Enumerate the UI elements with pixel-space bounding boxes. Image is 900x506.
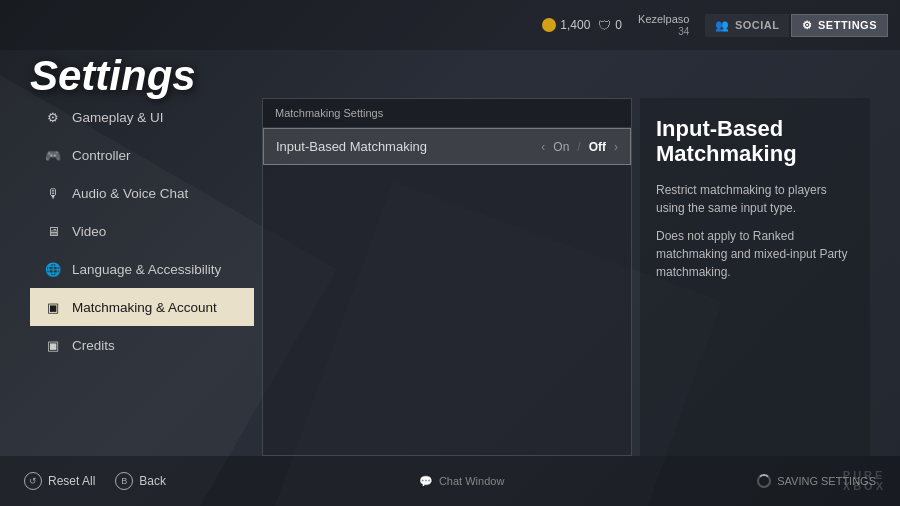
username: Kezelpaso [638, 13, 689, 25]
chat-icon: 💬 [419, 475, 433, 488]
gameplay-icon: ⚙ [44, 108, 62, 126]
chat-label: Chat Window [439, 475, 504, 487]
sidebar-item-gameplay-ui[interactable]: ⚙ Gameplay & UI [30, 98, 254, 136]
center-panel: Matchmaking Settings Input-Based Matchma… [262, 98, 632, 456]
back-icon: B [115, 472, 133, 490]
tab-settings-label: SETTINGS [818, 19, 877, 31]
watermark-line2: XBOX [843, 481, 886, 492]
footer-bar: ↺ Reset All B Back 💬 Chat Window SAVING … [0, 456, 900, 506]
setting-row-input-matchmaking[interactable]: Input-Based Matchmaking ‹ On / Off › [263, 128, 631, 165]
reset-icon: ↺ [24, 472, 42, 490]
sidebar-item-matchmaking[interactable]: ▣ Matchmaking & Account [30, 288, 254, 326]
header-right-section: 1,400 🛡 0 Kezelpaso 34 👥 SOCIAL ⚙ SETTIN… [542, 13, 888, 37]
back-button[interactable]: B Back [115, 472, 166, 490]
setting-value-input-matchmaking: ‹ On / Off › [541, 140, 618, 154]
language-icon: 🌐 [44, 260, 62, 278]
chevron-left-icon[interactable]: ‹ [541, 140, 545, 154]
header-bar: 1,400 🛡 0 Kezelpaso 34 👥 SOCIAL ⚙ SETTIN… [0, 0, 900, 50]
header-tabs: 👥 SOCIAL ⚙ SETTINGS [705, 14, 888, 37]
center-panel-header: Matchmaking Settings [263, 99, 631, 128]
saving-spinner-icon [757, 474, 771, 488]
main-layout: ⚙ Gameplay & UI 🎮 Controller 🎙 Audio & V… [30, 98, 870, 456]
page-title: Settings [30, 52, 196, 100]
sidebar-item-audio-voice[interactable]: 🎙 Audio & Voice Chat [30, 174, 254, 212]
chat-window[interactable]: 💬 Chat Window [419, 475, 504, 488]
reset-all-button[interactable]: ↺ Reset All [24, 472, 95, 490]
setting-label-input-matchmaking: Input-Based Matchmaking [276, 139, 541, 154]
reset-label: Reset All [48, 474, 95, 488]
coin-icon [542, 18, 556, 32]
tab-social[interactable]: 👥 SOCIAL [705, 14, 789, 37]
video-icon: 🖥 [44, 222, 62, 240]
watermark: PURE XBOX [843, 470, 886, 492]
sidebar-item-video[interactable]: 🖥 Video [30, 212, 254, 250]
sidebar-label-language: Language & Accessibility [72, 262, 221, 277]
sidebar-label-video: Video [72, 224, 106, 239]
coin-currency: 1,400 [542, 18, 590, 32]
sidebar-label-audio: Audio & Voice Chat [72, 186, 188, 201]
detail-description-1: Restrict matchmaking to players using th… [656, 181, 854, 217]
sidebar-item-language[interactable]: 🌐 Language & Accessibility [30, 250, 254, 288]
sidebar-label-gameplay-ui: Gameplay & UI [72, 110, 164, 125]
chevron-right-icon[interactable]: › [614, 140, 618, 154]
user-level: 34 [678, 26, 689, 37]
sidebar-item-controller[interactable]: 🎮 Controller [30, 136, 254, 174]
audio-icon: 🎙 [44, 184, 62, 202]
shield-amount: 0 [615, 18, 622, 32]
user-info: Kezelpaso 34 [638, 13, 689, 37]
controller-icon: 🎮 [44, 146, 62, 164]
coin-amount: 1,400 [560, 18, 590, 32]
sidebar: ⚙ Gameplay & UI 🎮 Controller 🎙 Audio & V… [30, 98, 254, 456]
back-label: Back [139, 474, 166, 488]
shield-currency: 🛡 0 [598, 18, 622, 33]
social-icon: 👥 [715, 19, 730, 32]
shield-icon: 🛡 [598, 18, 611, 33]
value-on: On [553, 140, 569, 154]
settings-icon: ⚙ [802, 19, 813, 32]
tab-settings[interactable]: ⚙ SETTINGS [791, 14, 888, 37]
detail-description-2: Does not apply to Ranked matchmaking and… [656, 227, 854, 281]
value-separator: / [577, 140, 580, 154]
sidebar-label-matchmaking: Matchmaking & Account [72, 300, 217, 315]
footer-actions: ↺ Reset All B Back [24, 472, 166, 490]
currency-display: 1,400 🛡 0 [542, 18, 622, 33]
tab-social-label: SOCIAL [735, 19, 780, 31]
credits-icon: ▣ [44, 336, 62, 354]
matchmaking-icon: ▣ [44, 298, 62, 316]
sidebar-item-credits[interactable]: ▣ Credits [30, 326, 254, 364]
detail-title: Input-Based Matchmaking [656, 116, 854, 167]
detail-panel: Input-Based Matchmaking Restrict matchma… [640, 98, 870, 456]
sidebar-label-credits: Credits [72, 338, 115, 353]
sidebar-label-controller: Controller [72, 148, 131, 163]
value-off: Off [589, 140, 606, 154]
